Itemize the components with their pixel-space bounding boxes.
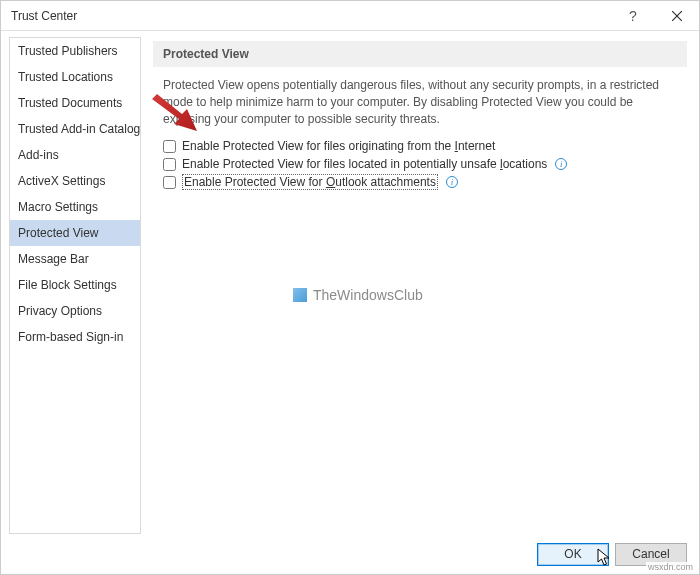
sidebar-item-privacy-options[interactable]: Privacy Options	[10, 298, 140, 324]
close-button[interactable]	[655, 1, 699, 30]
option-label-0[interactable]: Enable Protected View for files originat…	[182, 139, 495, 153]
dialog-footer: OK Cancel	[1, 534, 699, 574]
close-icon	[672, 11, 682, 21]
watermark-text: TheWindowsClub	[313, 287, 423, 303]
option-checkbox-2[interactable]	[163, 176, 176, 189]
content-panel: Protected View Protected View opens pote…	[153, 37, 691, 534]
sidebar-item-add-ins[interactable]: Add-ins	[10, 142, 140, 168]
sidebar-item-file-block-settings[interactable]: File Block Settings	[10, 272, 140, 298]
title-bar: Trust Center ?	[1, 1, 699, 31]
option-label-1[interactable]: Enable Protected View for files located …	[182, 157, 547, 171]
sidebar-item-macro-settings[interactable]: Macro Settings	[10, 194, 140, 220]
sidebar-item-trusted-add-in-catalogs[interactable]: Trusted Add-in Catalogs	[10, 116, 140, 142]
sidebar-item-protected-view[interactable]: Protected View	[10, 220, 140, 246]
help-button[interactable]: ?	[611, 1, 655, 30]
option-row-0: Enable Protected View for files originat…	[163, 137, 677, 155]
sidebar-item-message-bar[interactable]: Message Bar	[10, 246, 140, 272]
sidebar-item-activex-settings[interactable]: ActiveX Settings	[10, 168, 140, 194]
option-row-1: Enable Protected View for files located …	[163, 155, 677, 173]
sidebar-item-trusted-locations[interactable]: Trusted Locations	[10, 64, 140, 90]
attribution-text: wsxdn.com	[646, 562, 695, 572]
option-label-2[interactable]: Enable Protected View for Outlook attach…	[182, 175, 438, 189]
sidebar: Trusted PublishersTrusted LocationsTrust…	[9, 37, 141, 534]
section-header: Protected View	[153, 41, 687, 67]
sidebar-item-trusted-publishers[interactable]: Trusted Publishers	[10, 38, 140, 64]
options-group: Enable Protected View for files originat…	[153, 137, 687, 191]
option-checkbox-1[interactable]	[163, 158, 176, 171]
sidebar-item-trusted-documents[interactable]: Trusted Documents	[10, 90, 140, 116]
window-controls: ?	[611, 1, 699, 30]
option-checkbox-0[interactable]	[163, 140, 176, 153]
watermark: TheWindowsClub	[293, 287, 423, 303]
info-icon[interactable]: i	[446, 176, 458, 188]
watermark-logo-icon	[293, 288, 307, 302]
info-icon[interactable]: i	[555, 158, 567, 170]
window-title: Trust Center	[11, 9, 77, 23]
ok-button[interactable]: OK	[537, 543, 609, 566]
sidebar-item-form-based-sign-in[interactable]: Form-based Sign-in	[10, 324, 140, 350]
option-row-2: Enable Protected View for Outlook attach…	[163, 173, 677, 191]
section-description: Protected View opens potentially dangero…	[153, 77, 687, 137]
